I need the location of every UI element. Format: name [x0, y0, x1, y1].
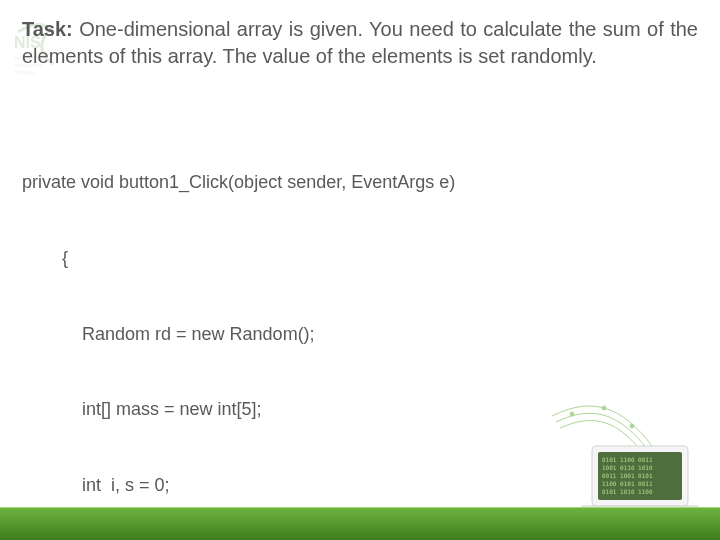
task-description: Task: One-dimensional array is given. Yo…: [22, 16, 698, 70]
svg-point-1: [602, 406, 606, 410]
svg-text:0011 1001 0101: 0011 1001 0101: [602, 472, 653, 479]
task-text: One-dimensional array is given. You need…: [22, 18, 698, 67]
svg-text:0101 1010 1100: 0101 1010 1100: [602, 488, 653, 495]
task-label: Task:: [22, 18, 73, 40]
footer-bar: [0, 507, 720, 540]
svg-text:1001 0110 1010: 1001 0110 1010: [602, 464, 653, 471]
slide-container: NIS Nazarbayev Intellectual Schools Task…: [0, 0, 720, 540]
svg-text:0101 1100 0011: 0101 1100 0011: [602, 456, 653, 463]
svg-point-2: [630, 424, 634, 428]
svg-point-0: [570, 412, 574, 416]
code-line: private void button1_Click(object sender…: [22, 170, 682, 195]
code-line: {: [22, 246, 682, 271]
svg-text:1100 0101 0011: 1100 0101 0011: [602, 480, 653, 487]
code-line: Random rd = new Random();: [22, 322, 682, 347]
